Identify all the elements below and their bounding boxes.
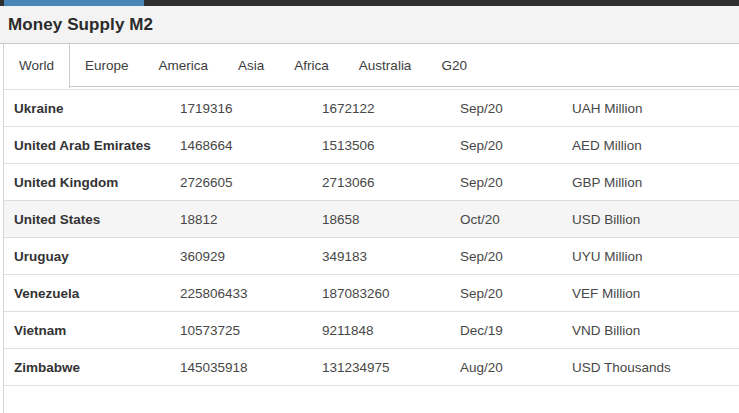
cell-last: 360929 <box>180 238 322 275</box>
table-row: Venezuela225806433187083260Sep/20VEF Mil… <box>4 275 739 312</box>
page-title: Money Supply M2 <box>8 15 153 35</box>
cell-unit: VEF Million <box>572 275 739 312</box>
cell-reference: Sep/20 <box>460 164 572 201</box>
cell-country[interactable]: Ukraine <box>4 90 180 127</box>
table-row: Vietnam105737259211848Dec/19VND Billion <box>4 312 739 349</box>
table-row: Ukraine17193161672122Sep/20UAH Million <box>4 90 739 127</box>
cell-last: 1468664 <box>180 127 322 164</box>
tab-australia[interactable]: Australia <box>344 44 427 86</box>
tab-africa[interactable]: Africa <box>279 44 344 86</box>
cell-previous: 1672122 <box>322 90 460 127</box>
cell-unit: GBP Million <box>572 164 739 201</box>
page-header: Money Supply M2 <box>0 6 739 44</box>
cell-unit: UAH Million <box>572 90 739 127</box>
tab-g20[interactable]: G20 <box>426 44 482 86</box>
cell-previous: 2713066 <box>322 164 460 201</box>
cell-country[interactable]: Zimbabwe <box>4 349 180 386</box>
cell-country[interactable]: Vietnam <box>4 312 180 349</box>
cell-previous: 187083260 <box>322 275 460 312</box>
cell-unit: VND Billion <box>572 312 739 349</box>
cell-country[interactable]: United States <box>4 201 180 238</box>
cell-last: 145035918 <box>180 349 322 386</box>
cell-unit: AED Million <box>572 127 739 164</box>
cell-unit: UYU Million <box>572 238 739 275</box>
cell-reference: Oct/20 <box>460 201 572 238</box>
cell-previous: 1513506 <box>322 127 460 164</box>
cell-reference: Aug/20 <box>460 349 572 386</box>
cell-reference: Sep/20 <box>460 127 572 164</box>
table-row: Zimbabwe145035918131234975Aug/20USD Thou… <box>4 349 739 386</box>
table-row: Uruguay360929349183Sep/20UYU Million <box>4 238 739 275</box>
cell-previous: 18658 <box>322 201 460 238</box>
cell-previous: 349183 <box>322 238 460 275</box>
cell-country[interactable]: United Kingdom <box>4 164 180 201</box>
cell-country[interactable]: Venezuela <box>4 275 180 312</box>
cell-previous: 131234975 <box>322 349 460 386</box>
cell-reference: Dec/19 <box>460 312 572 349</box>
tab-america[interactable]: America <box>144 44 224 86</box>
cell-reference: Sep/20 <box>460 238 572 275</box>
tab-bar: WorldEuropeAmericaAsiaAfricaAustraliaG20 <box>4 44 739 87</box>
cell-country[interactable]: Uruguay <box>4 238 180 275</box>
cell-last: 10573725 <box>180 312 322 349</box>
cell-reference: Sep/20 <box>460 275 572 312</box>
cell-last: 1719316 <box>180 90 322 127</box>
tab-asia[interactable]: Asia <box>223 44 279 86</box>
cell-country[interactable]: United Arab Emirates <box>4 127 180 164</box>
cell-last: 225806433 <box>180 275 322 312</box>
cell-previous: 9211848 <box>322 312 460 349</box>
tab-europe[interactable]: Europe <box>70 44 144 86</box>
tab-world[interactable]: World <box>4 44 70 88</box>
cell-unit: USD Thousands <box>572 349 739 386</box>
table-row: United Arab Emirates14686641513506Sep/20… <box>4 127 739 164</box>
table-row: United Kingdom27266052713066Sep/20GBP Mi… <box>4 164 739 201</box>
cell-last: 2726605 <box>180 164 322 201</box>
table-row: United States1881218658Oct/20USD Billion <box>4 201 739 238</box>
cell-last: 18812 <box>180 201 322 238</box>
cell-unit: USD Billion <box>572 201 739 238</box>
page: Money Supply M2 WorldEuropeAmericaAsiaAf… <box>0 0 739 413</box>
cell-reference: Sep/20 <box>460 90 572 127</box>
country-data-table: Ukraine17193161672122Sep/20UAH MillionUn… <box>4 89 739 386</box>
content-card: WorldEuropeAmericaAsiaAfricaAustraliaG20… <box>3 44 739 413</box>
table-body: Ukraine17193161672122Sep/20UAH MillionUn… <box>4 90 739 386</box>
